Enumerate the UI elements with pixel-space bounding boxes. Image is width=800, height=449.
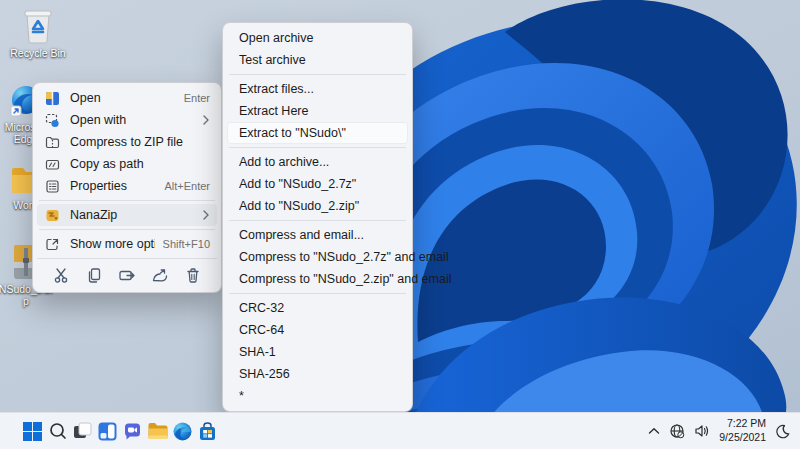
compress-folder-icon <box>44 134 60 150</box>
search-button[interactable] <box>45 416 70 446</box>
file-explorer-button[interactable] <box>145 416 170 446</box>
rename-icon[interactable] <box>113 263 141 287</box>
copy-path-icon <box>44 156 60 172</box>
menu-item-label: NanaZip <box>70 208 196 222</box>
network-globe-icon[interactable] <box>669 423 685 439</box>
show-more-options-icon <box>44 236 60 252</box>
submenu-item-crc64[interactable]: CRC-64 <box>227 319 408 341</box>
start-button[interactable] <box>20 416 45 446</box>
menu-item-compress-zip[interactable]: Compress to ZIP file <box>37 131 217 153</box>
edge-icon <box>172 421 193 442</box>
recycle-bin-icon <box>20 6 56 44</box>
menu-item-properties[interactable]: Properties Alt+Enter <box>37 175 217 197</box>
desktop-icon-label: Recycle Bin <box>10 47 65 59</box>
menu-item-label: Compress to ZIP file <box>70 135 210 149</box>
task-view-button[interactable] <box>70 416 95 446</box>
chevron-right-icon <box>200 115 210 125</box>
task-view-icon <box>72 421 93 442</box>
delete-icon[interactable] <box>179 263 207 287</box>
nanazip-file-icon <box>44 90 60 106</box>
clock-date: 9/25/2021 <box>719 431 766 445</box>
menu-item-label: Open with <box>70 113 196 127</box>
menu-separator <box>39 200 215 201</box>
submenu-item-compress-zip-email[interactable]: Compress to "NSudo_2.zip" and email <box>227 268 408 290</box>
submenu-item-test-archive[interactable]: Test archive <box>227 49 408 71</box>
menu-item-label: Open <box>70 91 176 105</box>
taskbar-clock[interactable]: 7:22 PM 9/25/2021 <box>719 417 766 444</box>
windows-logo-icon <box>22 421 43 442</box>
tray-chevron-up-icon[interactable] <box>648 427 660 435</box>
menu-separator <box>229 293 406 294</box>
taskbar-buttons <box>20 416 220 446</box>
submenu-item-sha256[interactable]: SHA-256 <box>227 363 408 385</box>
chevron-right-icon <box>200 210 210 220</box>
submenu-item-compress-email[interactable]: Compress and email... <box>227 224 408 246</box>
submenu-item-extract-here[interactable]: Extract Here <box>227 100 408 122</box>
menu-item-open-with[interactable]: Open with <box>37 109 217 131</box>
menu-item-open[interactable]: Open Enter <box>37 87 217 109</box>
submenu-item-star[interactable]: * <box>227 385 408 407</box>
desktop: Recycle Bin Microsoft Edge <box>0 0 800 449</box>
nanazip-icon <box>44 207 60 223</box>
cut-icon[interactable] <box>47 263 75 287</box>
edge-button[interactable] <box>170 416 195 446</box>
submenu-item-add-to-zip[interactable]: Add to "NSudo_2.zip" <box>227 195 408 217</box>
nanazip-submenu: Open archive Test archive Extract files.… <box>222 22 413 412</box>
submenu-item-extract-files[interactable]: Extract files... <box>227 78 408 100</box>
store-button[interactable] <box>195 416 220 446</box>
submenu-item-compress-7z-email[interactable]: Compress to "NSudo_2.7z" and email <box>227 246 408 268</box>
quick-actions-row <box>37 258 217 288</box>
file-explorer-icon <box>147 421 169 441</box>
context-menu: Open Enter Open with Compress <box>32 82 222 293</box>
chat-button[interactable] <box>120 416 145 446</box>
menu-separator <box>39 229 215 230</box>
menu-separator <box>229 220 406 221</box>
submenu-item-sha1[interactable]: SHA-1 <box>227 341 408 363</box>
menu-shortcut: Enter <box>184 92 210 104</box>
teams-chat-icon <box>122 421 143 442</box>
desktop-icon-recycle-bin[interactable]: Recycle Bin <box>10 6 66 59</box>
menu-item-show-more-options[interactable]: Show more options Shift+F10 <box>37 233 217 255</box>
submenu-item-add-to-7z[interactable]: Add to "NSudo_2.7z" <box>227 173 408 195</box>
menu-shortcut: Alt+Enter <box>164 180 210 192</box>
share-icon[interactable] <box>146 263 174 287</box>
open-with-icon <box>44 112 60 128</box>
widgets-button[interactable] <box>95 416 120 446</box>
system-tray: 7:22 PM 9/25/2021 <box>648 417 790 444</box>
menu-item-copy-as-path[interactable]: Copy as path <box>37 153 217 175</box>
submenu-item-extract-to[interactable]: Extract to "NSudo\" <box>227 122 408 144</box>
search-icon <box>48 421 68 441</box>
submenu-item-crc32[interactable]: CRC-32 <box>227 297 408 319</box>
menu-shortcut: Shift+F10 <box>163 238 210 250</box>
menu-item-label: Show more options <box>70 237 155 251</box>
widgets-icon <box>97 421 118 442</box>
volume-icon[interactable] <box>694 423 710 439</box>
menu-item-nanazip[interactable]: NanaZip <box>37 204 217 226</box>
submenu-item-open-archive[interactable]: Open archive <box>227 27 408 49</box>
clock-time: 7:22 PM <box>719 417 766 431</box>
menu-separator <box>229 74 406 75</box>
properties-icon <box>44 178 60 194</box>
menu-item-label: Copy as path <box>70 157 210 171</box>
menu-separator <box>229 147 406 148</box>
menu-item-label: Properties <box>70 179 156 193</box>
submenu-item-add-to-archive[interactable]: Add to archive... <box>227 151 408 173</box>
microsoft-store-icon <box>197 421 218 442</box>
taskbar: 7:22 PM 9/25/2021 <box>0 412 800 449</box>
focus-assist-moon-icon[interactable] <box>775 424 790 439</box>
copy-icon[interactable] <box>80 263 108 287</box>
